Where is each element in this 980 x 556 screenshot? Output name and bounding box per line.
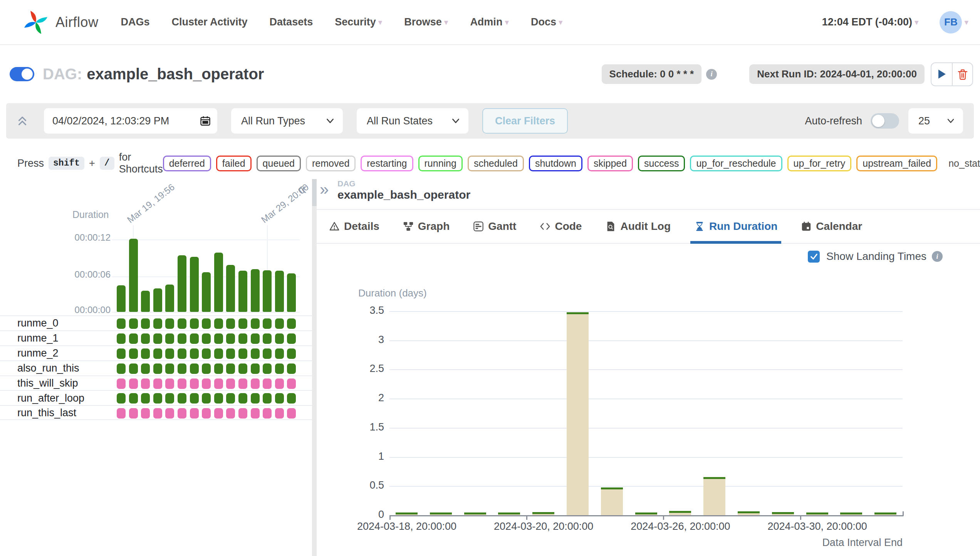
run-duration-bar[interactable] (396, 512, 418, 515)
run-duration-bar[interactable] (532, 512, 554, 515)
nav-item-docs[interactable]: Docs▾ (531, 16, 563, 28)
user-menu[interactable]: FB ▾ (940, 11, 968, 33)
task-instance-square[interactable] (238, 378, 247, 389)
task-instance-square[interactable] (238, 348, 247, 359)
task-instance-square[interactable] (214, 378, 223, 389)
run-duration-bar[interactable] (635, 512, 657, 515)
task-instance-square[interactable] (214, 393, 223, 404)
task-instance-square[interactable] (202, 408, 211, 419)
task-instance-square[interactable] (153, 408, 162, 419)
task-instance-square[interactable] (190, 348, 199, 359)
task-instance-square[interactable] (275, 363, 284, 374)
task-instance-square[interactable] (275, 333, 284, 344)
task-instance-square[interactable] (129, 333, 138, 344)
run-duration-bar[interactable] (601, 487, 623, 515)
task-instance-square[interactable] (202, 393, 211, 404)
task-instance-square[interactable] (165, 348, 174, 359)
nav-item-admin[interactable]: Admin▾ (470, 16, 509, 28)
task-instance-square[interactable] (214, 363, 223, 374)
task-instance-square[interactable] (238, 333, 247, 344)
task-instance-square[interactable] (238, 408, 247, 419)
task-instance-square[interactable] (129, 318, 138, 329)
task-instance-square[interactable] (275, 393, 284, 404)
task-instance-square[interactable] (238, 318, 247, 329)
task-instance-square[interactable] (141, 378, 150, 389)
run-states-select[interactable]: All Run States (357, 108, 468, 134)
run-duration-bar[interactable] (738, 511, 760, 515)
task-instance-square[interactable] (251, 408, 260, 419)
task-instance-square[interactable] (263, 378, 272, 389)
task-instance-square[interactable] (275, 348, 284, 359)
status-badge-success[interactable]: success (638, 156, 685, 171)
task-instance-square[interactable] (214, 318, 223, 329)
status-badge-no_status[interactable]: no_status (942, 156, 980, 171)
status-badge-removed[interactable]: removed (306, 156, 356, 171)
task-instance-square[interactable] (275, 408, 284, 419)
task-instance-square[interactable] (178, 363, 186, 374)
task-instance-square[interactable] (129, 348, 138, 359)
task-instance-square[interactable] (251, 393, 260, 404)
task-instance-square[interactable] (165, 363, 174, 374)
task-instance-square[interactable] (263, 348, 272, 359)
task-instance-square[interactable] (178, 378, 186, 389)
task-instance-square[interactable] (214, 333, 223, 344)
task-instance-square[interactable] (165, 378, 174, 389)
collapse-filters-button[interactable] (16, 115, 29, 127)
run-duration-bar[interactable] (430, 512, 452, 515)
task-instance-square[interactable] (165, 333, 174, 344)
task-instance-square[interactable] (226, 348, 235, 359)
run-duration-mini-bar[interactable] (129, 239, 138, 312)
run-duration-mini-bar[interactable] (178, 255, 186, 312)
task-instance-square[interactable] (287, 408, 296, 419)
run-duration-bar[interactable] (840, 512, 862, 515)
task-name-runme_0[interactable]: runme_0 (17, 317, 59, 329)
task-instance-square[interactable] (238, 393, 247, 404)
task-name-also_run_this[interactable]: also_run_this (17, 362, 79, 374)
task-instance-square[interactable] (129, 393, 138, 404)
task-instance-square[interactable] (117, 348, 126, 359)
page-size-select[interactable]: 25 (908, 108, 963, 134)
task-instance-square[interactable] (117, 408, 126, 419)
task-instance-square[interactable] (214, 348, 223, 359)
status-badge-up_for_retry[interactable]: up_for_retry (787, 156, 852, 171)
task-instance-square[interactable] (190, 408, 199, 419)
run-duration-mini-bar[interactable] (238, 271, 247, 312)
task-instance-square[interactable] (190, 393, 199, 404)
run-duration-bar[interactable] (498, 512, 520, 515)
run-duration-mini-bar[interactable] (226, 265, 235, 312)
task-instance-square[interactable] (226, 408, 235, 419)
status-badge-deferred[interactable]: deferred (163, 156, 211, 171)
task-name-runme_2[interactable]: runme_2 (17, 347, 59, 359)
task-instance-square[interactable] (117, 333, 126, 344)
task-instance-square[interactable] (238, 363, 247, 374)
task-instance-square[interactable] (226, 333, 235, 344)
status-badge-running[interactable]: running (418, 156, 463, 171)
task-instance-square[interactable] (202, 378, 211, 389)
base-date-input[interactable] (44, 108, 217, 134)
status-badge-shutdown[interactable]: shutdown (529, 156, 582, 171)
task-instance-square[interactable] (226, 363, 235, 374)
nav-item-datasets[interactable]: Datasets (270, 16, 313, 28)
task-instance-square[interactable] (202, 318, 211, 329)
run-duration-bar[interactable] (464, 512, 486, 515)
task-instance-square[interactable] (129, 408, 138, 419)
clock-dropdown[interactable]: 12:04 EDT (-04:00) ▾ (822, 16, 919, 28)
task-instance-square[interactable] (202, 333, 211, 344)
run-duration-mini-bar[interactable] (190, 257, 199, 312)
task-instance-square[interactable] (153, 378, 162, 389)
run-duration-bar[interactable] (806, 512, 828, 515)
delete-dag-button[interactable] (952, 63, 972, 85)
task-instance-square[interactable] (287, 393, 296, 404)
task-instance-square[interactable] (153, 393, 162, 404)
task-instance-square[interactable] (287, 363, 296, 374)
task-instance-square[interactable] (275, 378, 284, 389)
task-name-this_will_skip[interactable]: this_will_skip (17, 377, 78, 389)
task-instance-square[interactable] (153, 348, 162, 359)
nav-item-browse[interactable]: Browse▾ (404, 16, 448, 28)
task-instance-square[interactable] (141, 363, 150, 374)
task-instance-square[interactable] (202, 363, 211, 374)
task-name-runme_1[interactable]: runme_1 (17, 332, 59, 344)
run-duration-bar[interactable] (772, 512, 794, 515)
task-instance-square[interactable] (178, 393, 186, 404)
task-instance-square[interactable] (226, 378, 235, 389)
